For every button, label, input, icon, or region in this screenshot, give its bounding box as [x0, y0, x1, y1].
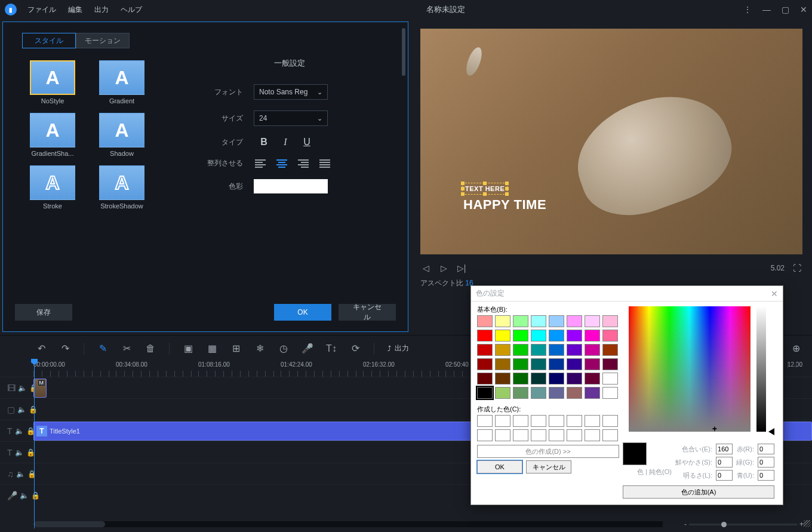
basic-color-swatch[interactable]	[513, 330, 528, 342]
undo-icon[interactable]: ↶	[36, 343, 47, 354]
custom-color-slot[interactable]	[513, 415, 528, 427]
basic-color-swatch[interactable]	[567, 344, 582, 356]
mosaic-icon[interactable]: ▦	[207, 343, 217, 354]
freeze-icon[interactable]: ❄	[254, 343, 265, 354]
mute-icon[interactable]: 🔈	[20, 491, 29, 500]
custom-color-slot[interactable]	[495, 415, 510, 427]
menu-output[interactable]: 出力	[88, 5, 115, 15]
basic-color-swatch[interactable]	[495, 358, 510, 370]
basic-color-swatch[interactable]	[549, 315, 564, 327]
basic-color-swatch[interactable]	[567, 315, 582, 327]
basic-color-swatch[interactable]	[531, 330, 546, 342]
next-frame-button[interactable]: ▷|	[456, 263, 467, 273]
save-button[interactable]: 保存	[15, 304, 72, 321]
custom-color-slot[interactable]	[531, 415, 546, 427]
basic-color-swatch[interactable]	[477, 373, 493, 385]
basic-color-swatch[interactable]	[477, 358, 493, 370]
custom-color-slot[interactable]	[585, 415, 600, 427]
basic-color-swatch[interactable]	[477, 344, 493, 356]
edit-icon[interactable]: ✎	[97, 343, 108, 354]
mute-icon[interactable]: 🔈	[15, 448, 24, 457]
basic-color-swatch[interactable]	[513, 358, 528, 370]
add-to-custom-colors-button[interactable]: 色の追加(A)	[623, 485, 774, 499]
basic-color-swatch[interactable]	[602, 358, 618, 370]
zoom-in-icon[interactable]: ⊕	[791, 343, 801, 354]
mute-icon[interactable]: 🔈	[15, 427, 24, 435]
dialog-close-button[interactable]: ✕	[771, 289, 778, 299]
menu-file[interactable]: ファイル	[21, 5, 62, 15]
red-input[interactable]	[758, 444, 774, 454]
hue-input[interactable]	[716, 444, 733, 454]
playhead[interactable]	[34, 361, 35, 528]
crop-icon[interactable]: ▣	[183, 343, 193, 354]
basic-color-swatch[interactable]	[531, 315, 546, 327]
basic-color-swatch[interactable]	[602, 373, 618, 385]
basic-color-swatch[interactable]	[495, 315, 510, 327]
timer-icon[interactable]: ◷	[278, 343, 289, 354]
preview-viewport[interactable]: TEXT HERE HAPPY TIME	[420, 29, 802, 254]
maximize-button[interactable]: ▢	[782, 5, 789, 14]
basic-color-swatch[interactable]	[513, 373, 528, 385]
fullscreen-button[interactable]: ⛶	[792, 263, 802, 273]
underline-button[interactable]: U	[302, 137, 312, 147]
basic-color-swatch[interactable]	[513, 387, 528, 399]
preset-shadow[interactable]: A	[99, 113, 144, 147]
custom-color-slot[interactable]	[602, 429, 618, 441]
basic-color-swatch[interactable]	[513, 344, 528, 356]
basic-color-swatch[interactable]	[567, 373, 582, 385]
grid-icon[interactable]: ⊞	[230, 343, 241, 354]
mic-icon[interactable]: 🎤	[302, 343, 313, 354]
align-right-button[interactable]	[298, 159, 309, 168]
mute-icon[interactable]: 🔈	[18, 384, 27, 392]
basic-color-swatch[interactable]	[531, 358, 546, 370]
trash-icon[interactable]: 🗑	[145, 343, 156, 354]
hue-sat-field[interactable]	[629, 306, 751, 432]
preset-gradient[interactable]: A	[99, 60, 144, 95]
custom-color-slot[interactable]	[495, 429, 510, 441]
basic-color-swatch[interactable]	[531, 344, 546, 356]
minimize-button[interactable]: —	[762, 5, 771, 14]
custom-color-slot[interactable]	[602, 415, 618, 427]
size-select[interactable]: 24	[254, 110, 328, 126]
lum-input[interactable]	[716, 470, 733, 481]
basic-color-swatch[interactable]	[585, 358, 600, 370]
menu-help[interactable]: ヘルプ	[115, 5, 148, 15]
tab-motion[interactable]: モーション	[76, 33, 130, 48]
cancel-button[interactable]: キャンセル	[339, 304, 396, 321]
basic-color-swatch[interactable]	[585, 330, 600, 342]
basic-color-swatch[interactable]	[531, 373, 546, 385]
play-button[interactable]: ▷	[438, 263, 449, 273]
define-colors-button[interactable]: 色の作成(D) >>	[477, 445, 619, 458]
font-select[interactable]: Noto Sans Reg	[254, 84, 328, 100]
basic-color-swatch[interactable]	[549, 344, 564, 356]
more-icon[interactable]: ⋮	[743, 5, 752, 14]
sat-input[interactable]	[716, 457, 733, 468]
basic-color-swatch[interactable]	[513, 315, 528, 327]
align-left-button[interactable]	[255, 159, 266, 168]
basic-color-swatch[interactable]	[531, 387, 546, 399]
panel-scrollbar[interactable]	[402, 28, 405, 76]
basic-color-swatch[interactable]	[585, 387, 600, 399]
custom-color-slot[interactable]	[477, 429, 493, 441]
basic-color-swatch[interactable]	[549, 330, 564, 342]
basic-color-swatch[interactable]	[495, 387, 510, 399]
menu-edit[interactable]: 編集	[62, 5, 88, 15]
timeline-zoom-slider[interactable]: -+	[684, 521, 804, 527]
text-selection-box[interactable]: TEXT HERE	[462, 183, 508, 195]
basic-color-swatch[interactable]	[477, 330, 493, 342]
close-button[interactable]: ✕	[800, 5, 807, 14]
preset-gradientshadow[interactable]: A	[30, 113, 75, 147]
align-justify-button[interactable]	[319, 159, 330, 168]
speed-icon[interactable]: ⟳	[350, 343, 361, 354]
custom-color-slot[interactable]	[531, 429, 546, 441]
color-crosshair[interactable]: +	[712, 424, 717, 433]
custom-color-slot[interactable]	[585, 429, 600, 441]
mute-icon[interactable]: 🔈	[16, 470, 25, 478]
custom-color-slot[interactable]	[549, 429, 564, 441]
custom-color-slot[interactable]	[567, 429, 582, 441]
basic-color-swatch[interactable]	[602, 344, 618, 356]
preset-strokeshadow[interactable]: A	[99, 165, 144, 200]
basic-color-swatch[interactable]	[585, 344, 600, 356]
basic-color-swatch[interactable]	[495, 330, 510, 342]
redo-icon[interactable]: ↷	[60, 343, 70, 354]
